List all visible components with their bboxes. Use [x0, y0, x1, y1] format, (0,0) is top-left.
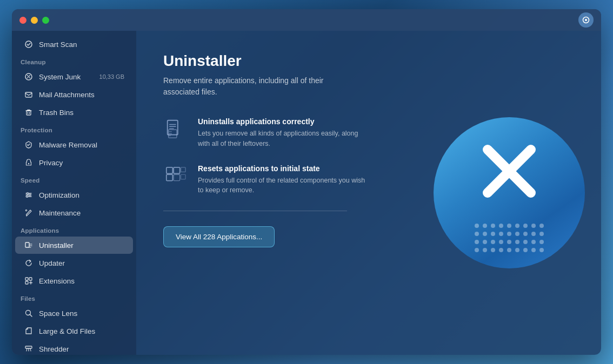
space-lens-label: Space Lens — [39, 309, 124, 318]
large-files-icon — [24, 326, 34, 336]
system-junk-badge: 10,33 GB — [99, 73, 124, 80]
svg-rect-32 — [181, 167, 186, 172]
feature-desc-resets: Provides full control of the related com… — [198, 176, 369, 196]
space-lens-icon — [24, 308, 34, 318]
main-content: Smart Scan Cleanup System Junk 10,33 GB — [12, 31, 601, 355]
sidebar-item-system-junk[interactable]: System Junk 10,33 GB — [15, 68, 133, 85]
maintenance-icon — [24, 208, 34, 218]
divider — [163, 211, 347, 211]
shredder-label: Shredder — [39, 345, 124, 353]
optimization-icon — [24, 190, 34, 200]
svg-rect-17 — [25, 281, 28, 284]
sidebar-item-mail-attachments[interactable]: Mail Attachments — [15, 86, 133, 103]
extensions-label: Extensions — [39, 277, 124, 285]
app-illustration — [434, 117, 585, 268]
malware-icon — [24, 140, 34, 150]
large-old-files-label: Large & Old Files — [39, 327, 124, 335]
sidebar-item-malware-removal[interactable]: Malware Removal — [15, 136, 133, 153]
optimization-label: Optimization — [39, 191, 124, 199]
close-button[interactable] — [19, 17, 26, 24]
svg-rect-20 — [168, 120, 178, 135]
traffic-lights — [19, 17, 49, 24]
svg-rect-30 — [166, 174, 172, 180]
sidebar: Smart Scan Cleanup System Junk 10,33 GB — [12, 31, 136, 355]
updater-icon — [24, 258, 34, 268]
uninstaller-icon — [24, 240, 34, 250]
extensions-icon — [24, 276, 34, 286]
feature-item-uninstalls: Uninstalls applications correctly Lets y… — [163, 117, 369, 149]
grid-blocks-icon — [163, 164, 188, 189]
trash-bins-label: Trash Bins — [39, 109, 124, 117]
svg-point-13 — [25, 210, 26, 211]
section-label-files: Files — [12, 290, 136, 304]
svg-rect-14 — [25, 242, 29, 247]
sidebar-item-uninstaller[interactable]: Uninstaller — [15, 237, 133, 254]
maximize-button[interactable] — [42, 17, 49, 24]
shredder-icon — [24, 344, 34, 354]
svg-rect-29 — [174, 167, 179, 173]
feature-text-resets: Resets applications to initial state Pro… — [198, 164, 369, 196]
svg-point-1 — [585, 19, 587, 21]
svg-rect-31 — [174, 174, 179, 180]
sidebar-item-optimization[interactable]: Optimization — [15, 186, 133, 204]
section-label-cleanup: Cleanup — [12, 53, 136, 68]
privacy-icon — [24, 158, 34, 167]
sidebar-item-large-old-files[interactable]: Large & Old Files — [15, 322, 133, 340]
uninstaller-label: Uninstaller — [39, 241, 124, 250]
circle-background — [434, 117, 585, 268]
app-window: Smart Scan Cleanup System Junk 10,33 GB — [12, 9, 601, 355]
mail-icon — [24, 90, 34, 99]
sidebar-item-shredder[interactable]: Shredder — [15, 340, 133, 355]
system-junk-label: System Junk — [39, 73, 94, 81]
sidebar-item-trash-bins[interactable]: Trash Bins — [15, 104, 133, 121]
dots-grid — [475, 224, 544, 252]
x-logo — [474, 141, 544, 201]
title-bar — [12, 9, 601, 31]
sidebar-item-privacy[interactable]: Privacy — [15, 154, 133, 171]
section-label-protection: Protection — [12, 122, 136, 136]
page-subtitle: Remove entire applications, including al… — [163, 75, 347, 98]
section-label-speed: Speed — [12, 172, 136, 186]
sidebar-item-smart-scan[interactable]: Smart Scan — [15, 36, 133, 53]
svg-point-11 — [29, 194, 31, 196]
svg-point-12 — [26, 196, 28, 198]
smart-scan-icon — [24, 39, 34, 49]
sidebar-item-maintenance[interactable]: Maintenance — [15, 204, 133, 221]
feature-title-uninstalls: Uninstalls applications correctly — [198, 117, 369, 126]
system-junk-icon — [24, 72, 34, 82]
svg-rect-16 — [29, 278, 32, 280]
maintenance-label: Maintenance — [39, 209, 124, 217]
feature-title-resets: Resets applications to initial state — [198, 164, 369, 173]
feature-list: Uninstalls applications correctly Lets y… — [163, 117, 369, 196]
malware-removal-label: Malware Removal — [39, 141, 124, 149]
updater-label: Updater — [39, 259, 124, 267]
svg-rect-5 — [26, 111, 31, 115]
minimize-button[interactable] — [31, 17, 38, 24]
svg-rect-33 — [181, 174, 186, 179]
mail-attachments-label: Mail Attachments — [39, 91, 124, 99]
svg-point-6 — [28, 163, 29, 164]
main-panel: Uninstaller Remove entire applications, … — [136, 31, 601, 355]
privacy-label: Privacy — [39, 159, 124, 167]
settings-button[interactable] — [578, 12, 594, 28]
svg-rect-28 — [166, 167, 172, 173]
sidebar-item-updater[interactable]: Updater — [15, 254, 133, 272]
smart-scan-label: Smart Scan — [39, 41, 124, 49]
svg-point-10 — [27, 193, 29, 194]
svg-rect-15 — [25, 278, 28, 280]
section-label-applications: Applications — [12, 222, 136, 236]
feature-text-uninstalls: Uninstalls applications correctly Lets y… — [198, 117, 369, 149]
view-all-applications-button[interactable]: View All 228 Applications... — [163, 226, 275, 247]
sidebar-item-extensions[interactable]: Extensions — [15, 272, 133, 289]
trash-icon — [24, 107, 34, 117]
sidebar-item-space-lens[interactable]: Space Lens — [15, 305, 133, 322]
svg-rect-4 — [25, 92, 32, 97]
feature-desc-uninstalls: Lets you remove all kinds of application… — [198, 129, 369, 149]
file-list-icon — [163, 117, 188, 142]
feature-item-resets: Resets applications to initial state Pro… — [163, 164, 369, 196]
page-title: Uninstaller — [163, 52, 574, 70]
